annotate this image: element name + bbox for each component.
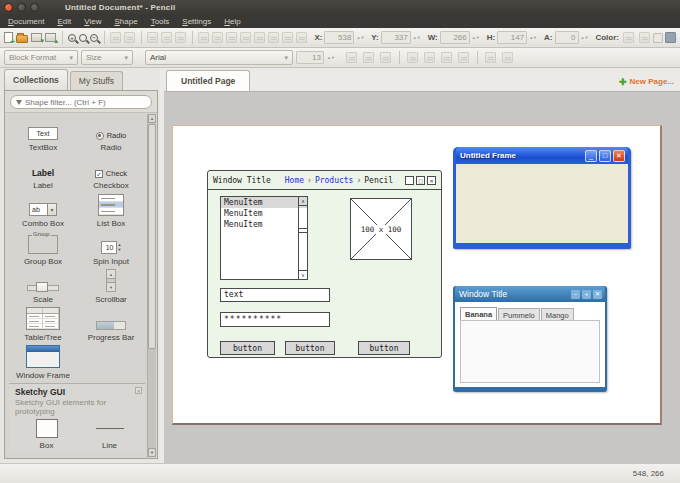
- shape-scrollbar[interactable]: ▲▼ Scrollbar: [77, 269, 145, 307]
- w-input[interactable]: 266: [440, 31, 470, 44]
- menu-tools[interactable]: Tools: [151, 17, 170, 26]
- shape-line[interactable]: Line: [78, 419, 141, 453]
- sketchy-button[interactable]: button: [285, 341, 335, 355]
- insert-link-icon[interactable]: [484, 51, 498, 65]
- shape-scale[interactable]: Scale: [9, 269, 77, 307]
- sketchy-gui-header[interactable]: Sketchy GUI ✕: [15, 387, 141, 397]
- zoom-in-icon[interactable]: +: [68, 31, 76, 45]
- font-size-input[interactable]: 13: [296, 51, 324, 64]
- indent-icon[interactable]: [440, 51, 454, 65]
- y-stepper[interactable]: ▲▼: [413, 36, 421, 40]
- table-thumbnail: [26, 307, 60, 330]
- new-document-icon[interactable]: [4, 31, 13, 45]
- menu-settings[interactable]: Settings: [182, 17, 211, 26]
- shape-combo-box[interactable]: ab▾ Combo Box: [9, 193, 77, 231]
- xp-window-shape[interactable]: Untitled Frame _□✕: [453, 147, 631, 249]
- breadcrumb-products-link[interactable]: Products: [315, 176, 354, 185]
- shape-spin-input[interactable]: 10▲▼ Spin Input: [77, 231, 145, 269]
- shape-filter-box[interactable]: [10, 95, 152, 109]
- breadcrumb-home-link[interactable]: Home: [285, 176, 304, 185]
- outdent-icon[interactable]: [457, 51, 471, 65]
- x-stepper[interactable]: ▲▼: [356, 36, 364, 40]
- export-document-icon[interactable]: [45, 31, 56, 45]
- sketchy-image-placeholder[interactable]: 100 x 100: [350, 198, 412, 260]
- send-backward-icon[interactable]: [124, 31, 135, 45]
- menu-document[interactable]: Document: [8, 17, 44, 26]
- sketchy-password-field[interactable]: **********: [220, 312, 330, 327]
- menu-edit[interactable]: Edit: [57, 17, 71, 26]
- match-width-icon[interactable]: [240, 31, 251, 45]
- fill-color-icon[interactable]: [637, 31, 651, 45]
- tab-my-stuffs[interactable]: My Stuffs: [70, 71, 123, 90]
- x-input[interactable]: 538: [324, 31, 354, 44]
- remove-link-icon[interactable]: [501, 51, 515, 65]
- section-close-icon[interactable]: ✕: [135, 387, 142, 394]
- shape-label-item[interactable]: Label Label: [9, 155, 77, 193]
- font-size-stepper[interactable]: ▲▼: [327, 56, 335, 60]
- italic-icon[interactable]: [362, 51, 376, 65]
- stroke-color-swatch[interactable]: [653, 33, 663, 43]
- shape-window-frame[interactable]: Window Frame: [9, 345, 77, 383]
- align-center-icon[interactable]: [161, 31, 172, 45]
- palette-scrollbar[interactable]: ▲ ▼: [147, 114, 156, 457]
- a-input[interactable]: 0: [555, 31, 579, 44]
- match-height-icon[interactable]: [254, 31, 265, 45]
- a-stepper[interactable]: ▲▼: [581, 36, 589, 40]
- w-stepper[interactable]: ▲▼: [472, 36, 480, 40]
- window-minimize-icon[interactable]: [17, 3, 26, 12]
- bold-icon[interactable]: [345, 51, 359, 65]
- stroke-color-icon[interactable]: [621, 31, 635, 45]
- distribute-vertical-icon[interactable]: [282, 31, 293, 45]
- align-top-icon[interactable]: [198, 31, 209, 45]
- bullet-list-icon[interactable]: [406, 51, 420, 65]
- sketchy-button[interactable]: button: [358, 341, 410, 355]
- sketchy-text-field[interactable]: text: [220, 288, 330, 302]
- align-left-icon[interactable]: [147, 31, 158, 45]
- shape-textbox[interactable]: Text TextBox: [9, 117, 77, 155]
- numbered-list-icon[interactable]: [423, 51, 437, 65]
- zoom-reset-icon[interactable]: [79, 31, 87, 45]
- distribute-horizontal-icon[interactable]: [268, 31, 279, 45]
- drawing-canvas[interactable]: Window Title Home › Products › Pencil _□…: [164, 92, 680, 463]
- h-stepper[interactable]: ▲▼: [529, 36, 537, 40]
- y-input[interactable]: 337: [381, 31, 411, 44]
- shape-radio[interactable]: Radio Radio: [77, 117, 145, 155]
- zoom-out-icon[interactable]: −: [90, 31, 98, 45]
- scrollbar-thumb[interactable]: [148, 124, 156, 349]
- new-page-button[interactable]: ✚ New Page...: [619, 77, 674, 91]
- tab-collections[interactable]: Collections: [4, 69, 68, 90]
- fill-color-swatch[interactable]: [665, 32, 676, 43]
- font-family-dropdown[interactable]: Arial: [145, 50, 293, 65]
- open-document-icon[interactable]: [16, 31, 28, 45]
- shape-progress-bar[interactable]: Progress Bar: [77, 307, 145, 345]
- block-format-dropdown[interactable]: Block Format: [4, 50, 78, 65]
- align-right-icon[interactable]: [175, 31, 186, 45]
- save-document-icon[interactable]: [31, 31, 42, 45]
- menu-help[interactable]: Help: [224, 17, 240, 26]
- h-input[interactable]: 147: [497, 31, 527, 44]
- underline-icon[interactable]: [379, 51, 393, 65]
- window-maximize-icon[interactable]: [30, 3, 39, 12]
- scroll-up-icon[interactable]: ▲: [148, 114, 156, 123]
- shape-checkbox[interactable]: ✓Check Checkbox: [77, 155, 145, 193]
- window-close-icon[interactable]: [4, 3, 13, 12]
- tab-untitled-page[interactable]: Untitled Page: [166, 70, 250, 91]
- sketchy-window-shape[interactable]: Window Title Home › Products › Pencil _□…: [207, 170, 442, 358]
- menu-view[interactable]: View: [84, 17, 101, 26]
- shape-filter-input[interactable]: [25, 98, 145, 107]
- size-dropdown[interactable]: Size: [81, 50, 133, 65]
- sketchy-listbox-shape[interactable]: MenuItem MenuItem MenuItem ∧∨: [220, 196, 308, 280]
- transform-icon[interactable]: [296, 31, 307, 45]
- sketchy-button[interactable]: button: [220, 341, 275, 355]
- align-middle-icon[interactable]: [212, 31, 223, 45]
- menu-shape[interactable]: Shape: [114, 17, 137, 26]
- shape-group-box[interactable]: Group Group Box: [9, 231, 77, 269]
- bring-forward-icon[interactable]: [110, 31, 121, 45]
- flat-window-shape[interactable]: Window Title −+✕ Banana Pummelo Mango: [453, 286, 607, 392]
- shape-list-box[interactable]: List Box: [77, 193, 145, 231]
- shape-table-tree[interactable]: Table/Tree: [9, 307, 77, 345]
- sketchy-maximize-icon: □: [416, 176, 425, 185]
- scroll-down-icon[interactable]: ▼: [148, 448, 156, 457]
- align-bottom-icon[interactable]: [226, 31, 237, 45]
- shape-box[interactable]: Box: [15, 419, 78, 453]
